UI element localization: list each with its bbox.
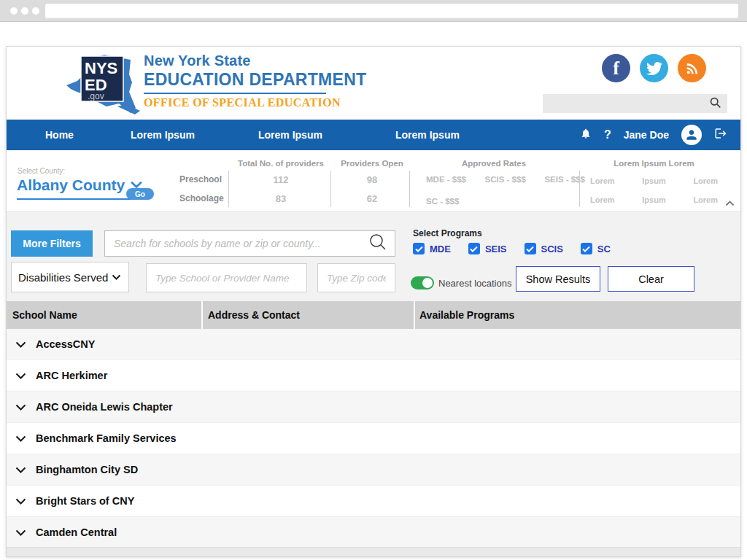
window-dot[interactable]: [10, 7, 18, 15]
school-row-bright-stars[interactable]: Bright Stars of CNY: [7, 486, 740, 517]
more-filters-button[interactable]: More Filters: [11, 230, 93, 257]
clear-button[interactable]: Clear: [608, 266, 694, 292]
table-footer-strip: [7, 547, 740, 556]
school-row-arc-herkimer[interactable]: ARC Herkimer: [7, 360, 740, 392]
social-links: f: [602, 54, 706, 82]
program-label: SCIS: [541, 244, 563, 254]
rss-icon[interactable]: [678, 54, 706, 82]
stat-total-schoolage: 83: [231, 193, 331, 204]
notifications-bell-icon[interactable]: [580, 127, 592, 143]
program-label: MDE: [430, 244, 451, 254]
school-name: Camden Central: [36, 526, 117, 538]
school-name: Benchmark Family Services: [36, 432, 177, 444]
search-icon[interactable]: [709, 96, 721, 112]
twitter-icon[interactable]: [640, 54, 668, 82]
rate-scis: SCIS - $$$: [485, 175, 526, 184]
header-search-input[interactable]: [543, 98, 709, 109]
site-header: NYS ED .gov New York State EDUCATION DEP…: [7, 47, 740, 120]
window-controls[interactable]: [10, 7, 39, 15]
user-name[interactable]: Jane Doe: [624, 129, 669, 141]
nav-item-1[interactable]: Lorem Ipsum: [131, 120, 195, 150]
expand-chevron-down-icon: [15, 341, 26, 348]
program-checkbox-mde[interactable]: MDE: [413, 243, 451, 254]
collapse-panel-chevron-up-icon[interactable]: [725, 196, 735, 209]
checkbox-checked-icon[interactable]: [468, 243, 480, 254]
selected-county: Albany County: [17, 176, 125, 194]
school-name-input[interactable]: [146, 263, 307, 292]
school-name: ARC Oneida Lewis Chapter: [36, 401, 173, 413]
approved-rates-preschool: MDE - $$$ SCIS - $$$ SEIS - $$$: [426, 175, 585, 184]
facebook-icon[interactable]: f: [602, 54, 630, 82]
expand-chevron-down-icon: [15, 498, 26, 505]
disabilities-served-dropdown[interactable]: Disabilities Served: [11, 262, 129, 292]
zip-code-input[interactable]: [317, 263, 395, 292]
lorem-cell: Ipsum: [642, 195, 665, 204]
rate-mde: MDE - $$$: [426, 175, 466, 184]
school-row-camden[interactable]: Camden Central: [7, 517, 740, 548]
nav-item-3[interactable]: Lorem Ipsum: [395, 120, 460, 150]
toggle-knob: [422, 278, 433, 288]
logout-icon[interactable]: [714, 127, 727, 143]
program-checkbox-sc[interactable]: SC: [581, 243, 611, 254]
school-name: ARC Herkimer: [36, 370, 107, 381]
stat-col-header: Providers Open: [333, 159, 411, 168]
org-title-block: New York State EDUCATION DEPARTMENT OFFI…: [144, 52, 366, 109]
program-checkbox-seis[interactable]: SEIS: [468, 243, 507, 254]
nav-item-home[interactable]: Home: [45, 120, 74, 150]
help-icon[interactable]: ?: [604, 128, 611, 141]
nav-item-2[interactable]: Lorem Ipsum: [258, 120, 322, 150]
county-stats-bar: Select County: Albany County Go Preschoo…: [7, 150, 740, 212]
org-state-name: New York State: [144, 52, 366, 69]
column-header-address-contact: Address & Contact: [208, 301, 300, 329]
lorem-stats-row: Lorem Ipsum Lorem: [590, 195, 718, 204]
stats-divider: [409, 171, 410, 207]
column-separator: [414, 301, 415, 329]
results-list: AccessCNY ARC Herkimer ARC Oneida Lewis …: [7, 329, 740, 548]
school-row-arc-oneida[interactable]: ARC Oneida Lewis Chapter: [7, 392, 740, 423]
nearest-locations-label: Nearest locations: [438, 278, 511, 289]
program-checkbox-scis[interactable]: SCIS: [525, 243, 563, 254]
lorem-cell: Ipsum: [642, 176, 665, 185]
school-name: Binghamton City SD: [36, 464, 138, 475]
column-header-available-programs: Available Programs: [419, 301, 514, 329]
expand-chevron-down-icon: [15, 404, 26, 411]
stats-divider: [228, 171, 229, 207]
school-row-binghamton[interactable]: Binghamton City SD: [7, 454, 740, 486]
nearest-locations-toggle[interactable]: [411, 276, 434, 289]
window-dot[interactable]: [21, 7, 28, 15]
svg-text:.gov: .gov: [88, 91, 104, 101]
checkbox-checked-icon[interactable]: [413, 243, 425, 254]
expand-chevron-down-icon: [15, 435, 26, 442]
search-icon[interactable]: [368, 233, 387, 254]
checkbox-checked-icon[interactable]: [581, 243, 592, 254]
column-separator: [201, 301, 203, 329]
rate-sc: SC - $$$: [426, 197, 459, 206]
school-row-accesscny[interactable]: AccessCNY: [7, 329, 740, 360]
show-results-button[interactable]: Show Results: [516, 266, 600, 292]
main-navigation: Home Lorem Ipsum Lorem Ipsum Lorem Ipsum…: [7, 120, 740, 150]
user-avatar[interactable]: [681, 125, 702, 145]
checkbox-checked-icon[interactable]: [525, 243, 536, 254]
lorem-cell: Lorem: [590, 176, 615, 185]
window-dot[interactable]: [32, 7, 39, 15]
svg-text:NYS: NYS: [85, 59, 117, 77]
filters-panel: More Filters Select Programs MDE SEIS SC…: [7, 212, 740, 301]
school-name: AccessCNY: [36, 338, 95, 350]
header-search-box: [543, 94, 727, 113]
nysed-logo[interactable]: NYS ED .gov: [65, 50, 141, 118]
stat-col-header: Lorem Ipsum Lorem: [587, 159, 721, 168]
school-name: Bright Stars of CNY: [36, 495, 134, 507]
stat-open-preschool: 98: [333, 174, 411, 185]
go-button[interactable]: Go: [126, 188, 154, 200]
stat-total-preschool: 112: [231, 174, 331, 185]
column-header-school-name: School Name: [12, 301, 77, 329]
school-row-benchmark[interactable]: Benchmark Family Services: [7, 423, 740, 454]
school-search-input[interactable]: [105, 238, 368, 249]
programs-checkbox-row: MDE SEIS SCIS SC: [413, 243, 611, 254]
program-label: SEIS: [485, 244, 507, 254]
address-bar[interactable]: [45, 4, 738, 18]
org-office-name: OFFICE OF SPECIAL EDUCATION: [144, 96, 366, 109]
select-county-label: Select County:: [18, 167, 65, 175]
lorem-stats-row: Lorem Ipsum Lorem: [590, 176, 718, 185]
school-search-box: [104, 230, 395, 257]
